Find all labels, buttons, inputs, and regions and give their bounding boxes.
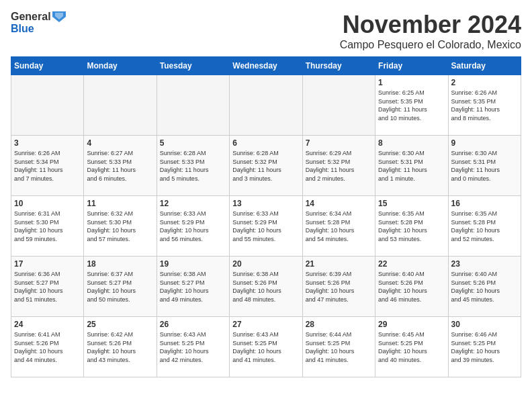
day-number: 12	[160, 199, 226, 208]
day-number: 7	[306, 138, 372, 148]
day-cell-4-1: 25Sunrise: 6:42 AM Sunset: 5:26 PM Dayli…	[84, 317, 157, 377]
day-info: Sunrise: 6:44 AM Sunset: 5:25 PM Dayligh…	[306, 330, 372, 364]
day-cell-3-2: 19Sunrise: 6:38 AM Sunset: 5:27 PM Dayli…	[157, 257, 229, 317]
day-number: 5	[160, 138, 226, 148]
day-cell-3-4: 21Sunrise: 6:39 AM Sunset: 5:26 PM Dayli…	[302, 257, 375, 317]
header-sunday: Sunday	[11, 57, 84, 75]
day-number: 19	[160, 259, 226, 269]
day-info: Sunrise: 6:45 AM Sunset: 5:25 PM Dayligh…	[378, 330, 445, 364]
day-info: Sunrise: 6:31 AM Sunset: 5:30 PM Dayligh…	[14, 210, 81, 243]
day-cell-1-2: 5Sunrise: 6:28 AM Sunset: 5:33 PM Daylig…	[157, 136, 229, 196]
header-wednesday: Wednesday	[230, 57, 302, 75]
header-saturday: Saturday	[448, 57, 521, 75]
day-cell-1-5: 8Sunrise: 6:30 AM Sunset: 5:31 PM Daylig…	[375, 136, 448, 196]
day-info: Sunrise: 6:26 AM Sunset: 5:35 PM Dayligh…	[451, 89, 518, 122]
day-info: Sunrise: 6:41 AM Sunset: 5:26 PM Dayligh…	[14, 330, 81, 364]
day-cell-1-3: 6Sunrise: 6:28 AM Sunset: 5:32 PM Daylig…	[230, 136, 302, 196]
week-row-3: 10Sunrise: 6:31 AM Sunset: 5:30 PM Dayli…	[11, 196, 521, 257]
week-row-2: 3Sunrise: 6:26 AM Sunset: 5:34 PM Daylig…	[11, 136, 521, 196]
logo-blue: Blue	[11, 23, 66, 35]
day-number: 22	[378, 259, 445, 269]
day-number: 21	[306, 259, 372, 269]
day-cell-1-4: 7Sunrise: 6:29 AM Sunset: 5:32 PM Daylig…	[302, 136, 375, 196]
day-info: Sunrise: 6:28 AM Sunset: 5:33 PM Dayligh…	[160, 149, 226, 183]
day-info: Sunrise: 6:25 AM Sunset: 5:35 PM Dayligh…	[378, 89, 445, 122]
day-number: 2	[451, 78, 518, 87]
day-number: 11	[87, 199, 153, 208]
day-info: Sunrise: 6:32 AM Sunset: 5:30 PM Dayligh…	[87, 210, 153, 243]
page-header: General Blue November 2024 Campo Pesquer…	[11, 11, 521, 51]
day-info: Sunrise: 6:40 AM Sunset: 5:26 PM Dayligh…	[378, 270, 445, 304]
day-cell-4-4: 28Sunrise: 6:44 AM Sunset: 5:25 PM Dayli…	[302, 317, 375, 377]
day-info: Sunrise: 6:29 AM Sunset: 5:32 PM Dayligh…	[306, 149, 372, 183]
day-cell-0-0	[11, 75, 84, 136]
header-tuesday: Tuesday	[157, 57, 229, 75]
week-row-4: 17Sunrise: 6:36 AM Sunset: 5:27 PM Dayli…	[11, 257, 521, 317]
day-number: 3	[14, 138, 81, 148]
day-info: Sunrise: 6:33 AM Sunset: 5:29 PM Dayligh…	[232, 210, 299, 243]
day-cell-1-0: 3Sunrise: 6:26 AM Sunset: 5:34 PM Daylig…	[11, 136, 84, 196]
day-info: Sunrise: 6:46 AM Sunset: 5:25 PM Dayligh…	[451, 330, 518, 364]
header-friday: Friday	[375, 57, 448, 75]
day-cell-0-4	[302, 75, 375, 136]
day-cell-3-0: 17Sunrise: 6:36 AM Sunset: 5:27 PM Dayli…	[11, 257, 84, 317]
day-info: Sunrise: 6:35 AM Sunset: 5:28 PM Dayligh…	[378, 210, 445, 243]
week-row-1: 1Sunrise: 6:25 AM Sunset: 5:35 PM Daylig…	[11, 75, 521, 136]
logo-container: General Blue	[11, 11, 66, 34]
day-number: 8	[378, 138, 445, 148]
day-cell-3-3: 20Sunrise: 6:38 AM Sunset: 5:26 PM Dayli…	[230, 257, 302, 317]
day-cell-2-3: 13Sunrise: 6:33 AM Sunset: 5:29 PM Dayli…	[230, 196, 302, 257]
day-cell-4-3: 27Sunrise: 6:43 AM Sunset: 5:25 PM Dayli…	[230, 317, 302, 377]
header-thursday: Thursday	[302, 57, 375, 75]
day-number: 13	[232, 199, 299, 208]
header-row: Sunday Monday Tuesday Wednesday Thursday…	[11, 57, 521, 75]
day-number: 18	[87, 259, 153, 269]
day-cell-0-6: 2Sunrise: 6:26 AM Sunset: 5:35 PM Daylig…	[448, 75, 521, 136]
day-number: 1	[378, 78, 445, 87]
logo-general: General	[11, 11, 51, 23]
day-number: 14	[306, 199, 372, 208]
logo-arrow-icon	[52, 11, 66, 22]
day-info: Sunrise: 6:36 AM Sunset: 5:27 PM Dayligh…	[14, 270, 81, 304]
day-number: 6	[232, 138, 299, 148]
day-cell-2-4: 14Sunrise: 6:34 AM Sunset: 5:28 PM Dayli…	[302, 196, 375, 257]
day-number: 16	[451, 199, 518, 208]
day-info: Sunrise: 6:34 AM Sunset: 5:28 PM Dayligh…	[306, 210, 372, 243]
day-info: Sunrise: 6:33 AM Sunset: 5:29 PM Dayligh…	[160, 210, 226, 243]
day-number: 4	[87, 138, 153, 148]
day-number: 15	[378, 199, 445, 208]
day-number: 29	[378, 320, 445, 329]
day-number: 25	[87, 320, 153, 329]
day-cell-4-5: 29Sunrise: 6:45 AM Sunset: 5:25 PM Dayli…	[375, 317, 448, 377]
day-cell-0-5: 1Sunrise: 6:25 AM Sunset: 5:35 PM Daylig…	[375, 75, 448, 136]
day-info: Sunrise: 6:28 AM Sunset: 5:32 PM Dayligh…	[232, 149, 299, 183]
day-cell-4-6: 30Sunrise: 6:46 AM Sunset: 5:25 PM Dayli…	[448, 317, 521, 377]
logo: General Blue	[11, 11, 66, 34]
calendar-table: Sunday Monday Tuesday Wednesday Thursday…	[11, 56, 521, 377]
location: Campo Pesquero el Colorado, Mexico	[340, 39, 521, 51]
day-cell-0-2	[157, 75, 229, 136]
day-info: Sunrise: 6:26 AM Sunset: 5:34 PM Dayligh…	[14, 149, 81, 183]
day-info: Sunrise: 6:30 AM Sunset: 5:31 PM Dayligh…	[378, 149, 445, 183]
day-number: 23	[451, 259, 518, 269]
day-info: Sunrise: 6:39 AM Sunset: 5:26 PM Dayligh…	[306, 270, 372, 304]
week-row-5: 24Sunrise: 6:41 AM Sunset: 5:26 PM Dayli…	[11, 317, 521, 377]
day-number: 20	[232, 259, 299, 269]
day-info: Sunrise: 6:27 AM Sunset: 5:33 PM Dayligh…	[87, 149, 153, 183]
title-block: November 2024 Campo Pesquero el Colorado…	[340, 11, 521, 51]
day-cell-2-5: 15Sunrise: 6:35 AM Sunset: 5:28 PM Dayli…	[375, 196, 448, 257]
day-cell-2-1: 11Sunrise: 6:32 AM Sunset: 5:30 PM Dayli…	[84, 196, 157, 257]
day-cell-0-3	[230, 75, 302, 136]
day-cell-1-1: 4Sunrise: 6:27 AM Sunset: 5:33 PM Daylig…	[84, 136, 157, 196]
day-info: Sunrise: 6:37 AM Sunset: 5:27 PM Dayligh…	[87, 270, 153, 304]
day-info: Sunrise: 6:43 AM Sunset: 5:25 PM Dayligh…	[160, 330, 226, 364]
day-info: Sunrise: 6:30 AM Sunset: 5:31 PM Dayligh…	[451, 149, 518, 183]
day-info: Sunrise: 6:42 AM Sunset: 5:26 PM Dayligh…	[87, 330, 153, 364]
day-cell-3-5: 22Sunrise: 6:40 AM Sunset: 5:26 PM Dayli…	[375, 257, 448, 317]
day-cell-2-0: 10Sunrise: 6:31 AM Sunset: 5:30 PM Dayli…	[11, 196, 84, 257]
day-info: Sunrise: 6:38 AM Sunset: 5:26 PM Dayligh…	[232, 270, 299, 304]
day-cell-4-0: 24Sunrise: 6:41 AM Sunset: 5:26 PM Dayli…	[11, 317, 84, 377]
day-number: 10	[14, 199, 81, 208]
day-cell-1-6: 9Sunrise: 6:30 AM Sunset: 5:31 PM Daylig…	[448, 136, 521, 196]
day-number: 26	[160, 320, 226, 329]
